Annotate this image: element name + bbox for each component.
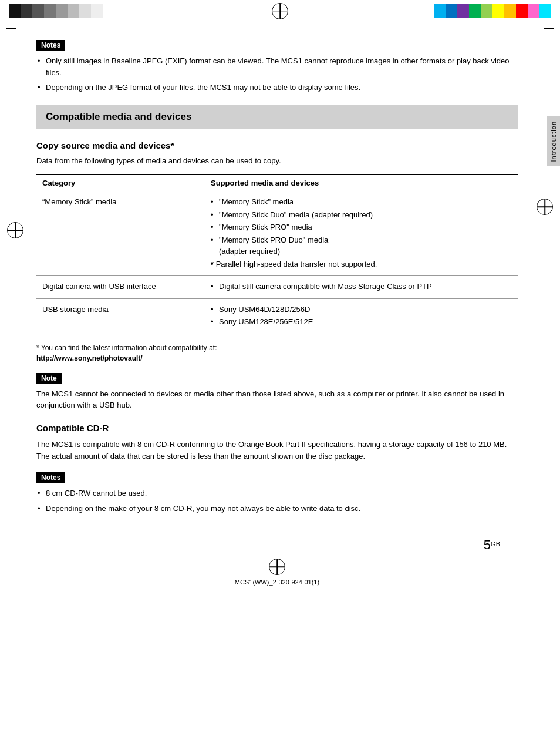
footer-text: MCS1(WW)_2-320-924-01(1) [36,579,518,586]
page-number-area: 5GB [36,537,518,553]
second-notes-list: 8 cm CD-RW cannot be used. Depending on … [36,488,518,514]
corner-mark-bottom-right [544,730,554,740]
copy-source-intro: Data from the following types of media a… [36,155,518,167]
second-notes-section: Notes 8 cm CD-RW cannot be used. Dependi… [36,472,518,514]
color-p [457,4,469,18]
left-color-strip [9,4,103,18]
digital-camera-list: Digital still camera compatible with Mas… [211,281,512,293]
right-sidebar: Introduction [529,22,560,746]
sidebar-introduction-tab: Introduction [547,116,560,166]
right-registration-mark [537,199,553,215]
bottom-reg-area [36,559,518,575]
cell-memory-stick-devices: "Memory Stick" media "Memory Stick Duo" … [205,191,518,276]
ms-item-5: * Parallel high-speed data transfer not … [211,258,512,270]
color-lg [481,4,492,18]
left-registration-mark [7,222,23,238]
color-r [516,4,528,18]
color-b [446,4,457,18]
usb-list: Sony USM64D/128D/256D Sony USM128E/256E/… [211,304,512,328]
page-suffix: GB [491,540,500,547]
table-col-devices: Supported media and devices [205,175,518,191]
cdr-section: Compatible CD-R The MCS1 is compatible w… [36,423,518,463]
center-registration-mark [272,3,288,19]
dc-item-1: Digital still camera compatible with Mas… [211,281,512,293]
color-g [469,4,481,18]
table-col-category: Category [36,175,205,191]
first-notes-section: Notes Only still images in Baseline JPEG… [36,40,518,93]
color-block-2 [21,4,32,18]
color-block-5 [56,4,68,18]
note-text: The MCS1 cannot be connected to devices … [36,388,518,411]
color-block-6 [68,4,79,18]
top-header [0,0,560,22]
note-label: Note [36,373,62,384]
second-note-item-2: Depending on the make of your 8 cm CD-R,… [36,503,518,515]
color-block-1 [9,4,21,18]
table-header-row: Category Supported media and devices [36,175,518,191]
ms-item-3: "Memory Stick PRO" media [211,221,512,233]
footnote-url: http://www.sony.net/photovault/ [36,354,143,362]
cell-usb-devices: Sony USM64D/128D/256D Sony USM128E/256E/… [205,298,518,334]
memory-stick-list: "Memory Stick" media "Memory Stick Duo" … [211,196,512,270]
first-note-item-2: Depending on the JPEG format of your fil… [36,82,518,93]
color-block-7 [79,4,91,18]
bottom-registration-mark [269,559,285,575]
usb-item-1: Sony USM64D/128D/256D [211,304,512,315]
footnote: * You can find the latest information ab… [36,342,518,364]
color-m [528,4,539,18]
second-notes-label: Notes [36,472,65,483]
corner-mark-top-right [544,28,554,39]
compatibility-table: Category Supported media and devices “Me… [36,174,518,334]
sidebar-tab-label: Introduction [550,121,557,162]
cell-memory-stick-category: “Memory Stick” media [36,191,205,276]
ms-item-2: "Memory Stick Duo" media (adapter requir… [211,209,512,221]
cell-digital-camera-devices: Digital still camera compatible with Mas… [205,276,518,299]
main-content: Notes Only still images in Baseline JPEG… [31,22,529,746]
copy-source-title: Copy source media and devices* [36,140,518,150]
color-block-3 [32,4,44,18]
color-lc [539,4,551,18]
right-color-strip [434,4,551,18]
page-number: 5 [484,537,491,552]
second-note-item-1: 8 cm CD-RW cannot be used. [36,488,518,499]
section-title: Compatible media and devices [46,111,508,123]
corner-mark-bottom-left [6,730,16,740]
first-note-item-1: Only still images in Baseline JPEG (EXIF… [36,55,518,78]
color-y [492,4,504,18]
color-c [434,4,446,18]
note-section: Note The MCS1 cannot be connected to dev… [36,373,518,411]
corner-mark-top-left [6,28,16,39]
page-wrapper: Notes Only still images in Baseline JPEG… [0,22,560,746]
cell-digital-camera-category: Digital camera with USB interface [36,276,205,299]
cdr-text: The MCS1 is compatible with 8 cm CD-R co… [36,439,518,463]
first-notes-label: Notes [36,40,65,51]
table-row-memory-stick: “Memory Stick” media "Memory Stick" medi… [36,191,518,276]
color-block-4 [44,4,56,18]
first-notes-list: Only still images in Baseline JPEG (EXIF… [36,55,518,93]
color-block-8 [91,4,103,18]
left-margin [0,22,31,746]
table-row-digital-camera: Digital camera with USB interface Digita… [36,276,518,299]
ms-item-1: "Memory Stick" media [211,196,512,208]
cdr-title: Compatible CD-R [36,423,518,433]
footnote-text: * You can find the latest information ab… [36,344,217,352]
ms-item-4: "Memory Stick PRO Duo" media(adapter req… [211,234,512,257]
table-row-usb-storage: USB storage media Sony USM64D/128D/256D … [36,298,518,334]
copy-source-section: Copy source media and devices* Data from… [36,140,518,364]
cell-usb-category: USB storage media [36,298,205,334]
section-header: Compatible media and devices [36,105,518,129]
color-o [504,4,516,18]
usb-item-2: Sony USM128E/256E/512E [211,316,512,328]
